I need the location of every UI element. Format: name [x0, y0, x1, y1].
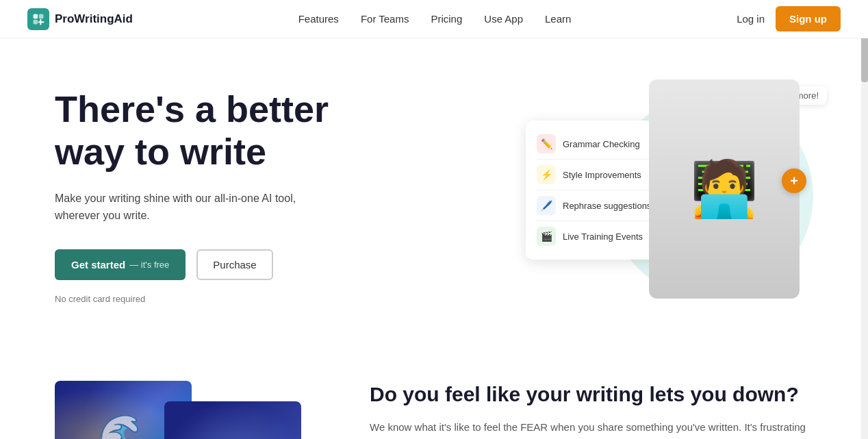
svg-rect-1: [39, 14, 44, 18]
svg-rect-0: [34, 14, 38, 18]
grammar-icon: ✏️: [537, 134, 556, 153]
nav-use-app[interactable]: Use App: [484, 13, 523, 25]
hero-buttons: Get started — it's free Purchase: [55, 249, 342, 280]
hero-subtitle: Make your writing shine with our all-in-…: [55, 190, 342, 225]
page-scrollbar[interactable]: [861, 0, 868, 439]
plus-badge: +: [782, 168, 806, 193]
nav-features[interactable]: Features: [298, 13, 339, 25]
navbar: ProWritingAid Features For Teams Pricing…: [0, 0, 868, 38]
second-right-content: Do you feel like your writing lets you d…: [370, 381, 813, 439]
second-body: We know what it's like to feel the FEAR …: [370, 418, 813, 439]
purchase-button[interactable]: Purchase: [196, 249, 272, 280]
second-title: Do you feel like your writing lets you d…: [370, 381, 813, 407]
no-credit-card-label: No credit card required: [55, 294, 342, 304]
get-started-button[interactable]: Get started — it's free: [55, 249, 186, 280]
signup-button[interactable]: Sign up: [776, 6, 841, 32]
hero-title: There's a better way to write: [55, 88, 342, 173]
hero-right: ...and more! ✏️ Grammar Checking ⚡ Style…: [526, 79, 827, 312]
second-left-image: 🌊 My idea in my head: [55, 381, 315, 439]
hero-section: There's a better way to write Make your …: [0, 38, 868, 340]
login-link[interactable]: Log in: [737, 13, 765, 25]
training-icon: 🎬: [537, 227, 556, 246]
nav-for-teams[interactable]: For Teams: [361, 13, 409, 25]
svg-rect-2: [34, 19, 38, 24]
rephrase-icon: 🖊️: [537, 196, 556, 215]
nav-pricing[interactable]: Pricing: [431, 13, 462, 25]
painting-card-2: [164, 401, 301, 439]
section-divider: [0, 340, 868, 381]
logo-link[interactable]: ProWritingAid: [27, 8, 133, 30]
hero-person-image: 🧑‍💻: [649, 79, 800, 299]
nav-links: Features For Teams Pricing Use App Learn: [298, 13, 572, 25]
style-icon: ⚡: [537, 165, 556, 184]
logo-text: ProWritingAid: [55, 12, 133, 26]
logo-icon: [27, 8, 49, 30]
second-section: 🌊 My idea in my head Do you feel like yo…: [0, 381, 868, 439]
hero-left: There's a better way to write Make your …: [55, 88, 342, 303]
nav-actions: Log in Sign up: [737, 6, 841, 32]
nav-learn[interactable]: Learn: [545, 13, 571, 25]
